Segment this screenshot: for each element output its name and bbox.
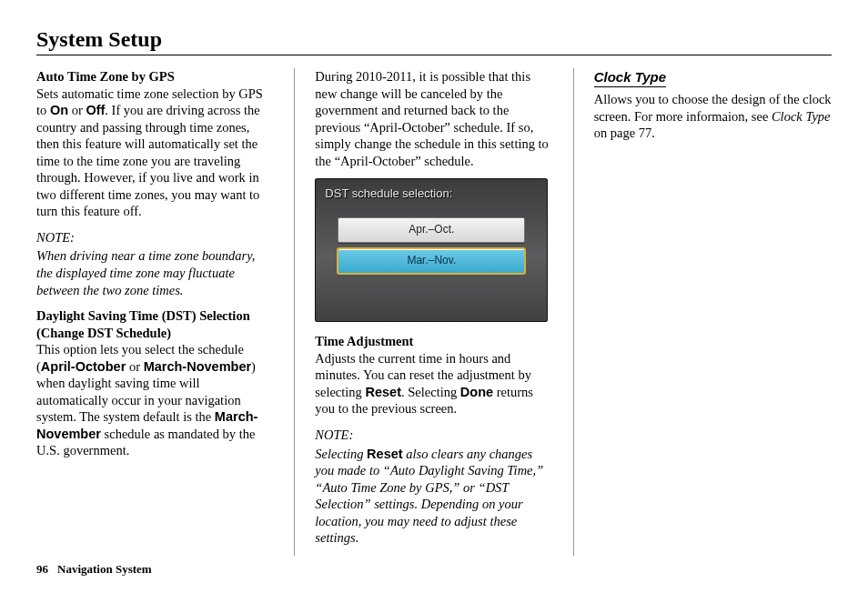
note-2-label: NOTE: bbox=[315, 427, 552, 444]
auto-tz-heading: Auto Time Zone by GPS bbox=[36, 69, 175, 84]
dst-screenshot: DST schedule selection: Apr.–Oct. Mar.–N… bbox=[315, 178, 548, 322]
dst-intro: During 2010-2011, it is possible that th… bbox=[315, 68, 552, 169]
note-1-label: NOTE: bbox=[36, 229, 274, 246]
time-adj-body-b: . Selecting bbox=[401, 385, 460, 399]
note-1-body: When driving near a time zone boundary, … bbox=[36, 247, 274, 298]
time-adj-reset: Reset bbox=[366, 385, 402, 399]
content-columns: Auto Time Zone by GPS Sets automatic tim… bbox=[36, 68, 832, 556]
auto-tz-body-c: . If you are driving across the country … bbox=[36, 103, 260, 218]
clock-type-body-b: on page 77. bbox=[594, 126, 655, 140]
auto-tz-off: Off bbox=[86, 103, 105, 117]
dst-opt1: April-October bbox=[41, 359, 126, 374]
clock-type-heading: Clock Type bbox=[594, 68, 666, 87]
page-title: System Setup bbox=[36, 27, 832, 55]
dst-heading: Daylight Saving Time (DST) Selection (Ch… bbox=[36, 308, 250, 340]
note-2-body: Selecting Reset also clears any changes … bbox=[315, 446, 552, 547]
clock-type-body: Allows you to choose the design of the c… bbox=[594, 91, 832, 142]
page-number: 96 bbox=[36, 562, 48, 576]
column-divider-2 bbox=[573, 68, 574, 556]
footer-label: Navigation System bbox=[57, 562, 152, 576]
dst-option-apr-oct[interactable]: Apr.–Oct. bbox=[338, 217, 525, 243]
auto-tz-on: On bbox=[50, 103, 68, 117]
note-2-body-a: Selecting bbox=[315, 447, 367, 461]
auto-tz-body-b: or bbox=[68, 103, 86, 117]
column-1: Auto Time Zone by GPS Sets automatic tim… bbox=[36, 68, 274, 556]
clock-type-section: Clock Type Allows you to choose the desi… bbox=[594, 68, 832, 142]
column-2: During 2010-2011, it is possible that th… bbox=[315, 68, 552, 556]
auto-tz-section: Auto Time Zone by GPS Sets automatic tim… bbox=[36, 68, 274, 220]
dst-option-mar-nov[interactable]: Mar.–Nov. bbox=[338, 248, 525, 274]
column-divider-1 bbox=[294, 68, 295, 556]
dst-opt2: March-November bbox=[144, 359, 251, 374]
dst-screen-title: DST schedule selection: bbox=[325, 186, 540, 202]
dst-section: Daylight Saving Time (DST) Selection (Ch… bbox=[36, 307, 274, 459]
page-footer: 96Navigation System bbox=[36, 562, 152, 577]
time-adj-done: Done bbox=[460, 385, 493, 399]
note-2-reset: Reset bbox=[367, 447, 403, 461]
dst-body-b: or bbox=[126, 359, 143, 374]
time-adj-heading: Time Adjustment bbox=[315, 334, 413, 348]
time-adjustment-section: Time Adjustment Adjusts the current time… bbox=[315, 333, 552, 417]
clock-type-ref: Clock Type bbox=[772, 109, 831, 124]
column-3: Clock Type Allows you to choose the desi… bbox=[594, 68, 832, 556]
